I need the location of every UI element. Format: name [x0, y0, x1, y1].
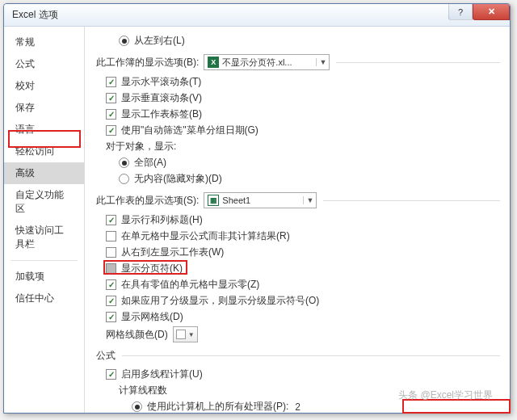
chk-rtl[interactable]: [106, 247, 116, 258]
excel-icon: X: [208, 57, 219, 68]
nav-language[interactable]: 语言: [4, 119, 84, 141]
section-line: [323, 200, 500, 201]
window-buttons: ? ✕: [448, 4, 510, 20]
nav-ease[interactable]: 轻松访问: [4, 141, 84, 162]
lbl-multithread: 启用多线程计算(U): [121, 368, 203, 381]
nav-qat[interactable]: 快速访问工具栏: [4, 220, 84, 255]
lbl-autofilter: 使用"自动筛选"菜单分组日期(G): [121, 124, 258, 137]
lbl-hscroll: 显示水平滚动条(T): [121, 75, 201, 89]
section-worksheet-label: 此工作表的显示选项(S):: [96, 194, 199, 208]
rad-obj-none[interactable]: [119, 174, 129, 184]
lbl-obj-none: 无内容(隐藏对象)(D): [134, 172, 222, 186]
nav-advanced[interactable]: 高级: [4, 162, 84, 184]
sheet-icon: ▦: [208, 195, 219, 206]
lbl-vscroll: 显示垂直滚动条(V): [121, 91, 202, 105]
sidebar-separator: [11, 260, 78, 261]
radio-ltr[interactable]: [119, 36, 129, 46]
nav-save[interactable]: 保存: [4, 97, 84, 119]
nav-trust[interactable]: 信任中心: [4, 288, 84, 309]
chk-hscroll[interactable]: [106, 77, 116, 87]
chevron-down-icon: ▼: [303, 196, 316, 204]
section-line: [122, 355, 500, 356]
worksheet-dropdown-value: Sheet1: [222, 195, 303, 205]
dialog-body: 常规 公式 校对 保存 语言 轻松访问 高级 自定义功能区 快速访问工具栏 加载…: [4, 27, 510, 413]
chk-gridlines[interactable]: [106, 312, 116, 322]
lbl-formulas: 在单元格中显示公式而非其计算结果(R): [121, 229, 290, 243]
label-ltr: 从左到右(L): [134, 34, 185, 48]
color-swatch: [176, 330, 186, 339]
nav-proofing[interactable]: 校对: [4, 75, 84, 97]
nav-formulas[interactable]: 公式: [4, 53, 84, 75]
options-dialog: Excel 选项 ? ✕ 常规 公式 校对 保存 语言 轻松访问 高级 自定义功…: [3, 3, 511, 414]
lbl-tabs: 显示工作表标签(B): [121, 107, 202, 121]
lbl-objects: 对于对象，显示:: [106, 140, 176, 153]
sidebar: 常规 公式 校对 保存 语言 轻松访问 高级 自定义功能区 快速访问工具栏 加载…: [4, 27, 85, 413]
nav-addins[interactable]: 加载项: [4, 266, 84, 288]
worksheet-dropdown[interactable]: ▦ Sheet1 ▼: [204, 192, 317, 208]
section-line: [336, 62, 500, 63]
section-workbook: 此工作簿的显示选项(B): X 不显示分页符.xl... ▼: [96, 54, 500, 70]
chk-vscroll[interactable]: [106, 93, 116, 103]
chk-multithread[interactable]: [106, 369, 116, 380]
gridcolor-button[interactable]: ▼: [173, 326, 198, 342]
lbl-pagebreaks: 显示分页符(K): [121, 262, 183, 275]
titlebar: Excel 选项 ? ✕: [4, 4, 510, 27]
chk-outline[interactable]: [106, 296, 116, 306]
workbook-dropdown-value: 不显示分页符.xl...: [222, 57, 316, 69]
lbl-gridcolor: 网格线颜色(D): [106, 328, 168, 342]
close-button[interactable]: ✕: [473, 4, 510, 20]
rad-use-all[interactable]: [132, 401, 142, 412]
lbl-use-all: 使用此计算机上的所有处理器(P):: [147, 400, 288, 413]
row-direction: 从左到右(L): [96, 34, 500, 48]
chk-headers[interactable]: [106, 215, 116, 225]
nav-general[interactable]: 常规: [4, 32, 84, 53]
lbl-headers: 显示行和列标题(H): [121, 213, 203, 227]
lbl-threads: 计算线程数: [119, 384, 167, 397]
lbl-gridlines: 显示网格线(D): [121, 310, 183, 324]
section-formula-label: 公式: [96, 349, 116, 363]
chk-tabs[interactable]: [106, 109, 116, 120]
nav-customize-ribbon[interactable]: 自定义功能区: [4, 184, 84, 220]
lbl-outline: 如果应用了分级显示，则显示分级显示符号(O): [121, 294, 319, 308]
window-title: Excel 选项: [12, 8, 58, 22]
lbl-rtl: 从右到左显示工作表(W): [121, 246, 224, 259]
watermark: 头条 @Excel学习世界: [398, 388, 493, 402]
chk-formulas[interactable]: [106, 231, 116, 242]
lbl-obj-all: 全部(A): [134, 156, 166, 170]
section-formula: 公式: [96, 349, 500, 363]
section-workbook-label: 此工作簿的显示选项(B):: [96, 56, 199, 69]
chk-zeros[interactable]: [106, 279, 116, 290]
chk-autofilter[interactable]: [106, 125, 116, 136]
chevron-down-icon: ▼: [188, 331, 195, 338]
workbook-dropdown[interactable]: X 不显示分页符.xl... ▼: [204, 54, 330, 70]
val-cpu-count: 2: [295, 401, 301, 413]
lbl-zeros: 在具有零值的单元格中显示零(Z): [121, 278, 259, 292]
content-pane: 从左到右(L) 此工作簿的显示选项(B): X 不显示分页符.xl... ▼ 显…: [85, 27, 510, 413]
help-button[interactable]: ?: [448, 4, 473, 20]
chevron-down-icon: ▼: [316, 58, 329, 66]
chk-pagebreaks[interactable]: [106, 263, 116, 274]
rad-obj-all[interactable]: [119, 158, 129, 168]
section-worksheet: 此工作表的显示选项(S): ▦ Sheet1 ▼: [96, 192, 500, 208]
